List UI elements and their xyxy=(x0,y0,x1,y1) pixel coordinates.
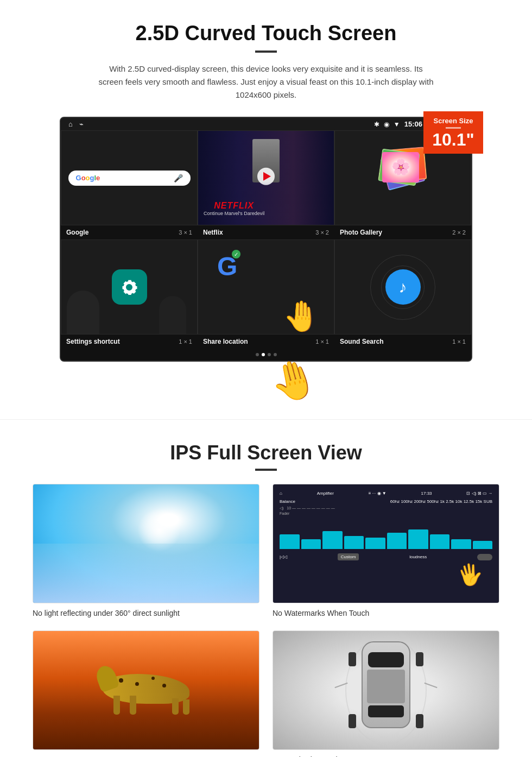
amp-custom-btn[interactable]: Custom xyxy=(338,553,359,560)
google-app-name: Google xyxy=(66,229,88,236)
screen-size-badge: Screen Size 10.1" xyxy=(423,111,483,154)
netflix-subtitle: Continue Marvel's Daredevil xyxy=(204,211,264,216)
amp-home-icon: ⌂ xyxy=(280,491,282,496)
amp-bar-2 xyxy=(301,539,321,549)
amp-bar-4 xyxy=(344,536,364,549)
feature-car: Large Viewing Angle xyxy=(273,630,499,757)
settings-label: Settings shortcut 1 × 1 xyxy=(61,335,198,349)
amp-status-icons: ⊡ ◁) ⊠ ▭ → xyxy=(466,491,492,496)
car-wheel-tl xyxy=(349,652,356,666)
status-left: ⌂ ⌁ xyxy=(68,120,84,128)
hand-pointer-icon: 🤚 xyxy=(283,299,320,334)
amp-bar-9 xyxy=(451,539,471,549)
play-button[interactable] xyxy=(257,167,275,185)
gear-icon xyxy=(118,276,140,298)
device-wrapper: Screen Size 10.1" ⌂ ⌁ ✱ ◉ ▼ 15:06 ⊡ ◁) ⊠ xyxy=(60,117,472,362)
amp-bar-5 xyxy=(365,538,385,549)
sound-cell-bg: ♪ xyxy=(335,240,471,334)
car-wheel-bl xyxy=(349,714,356,728)
cheetah-leg3 xyxy=(172,698,179,715)
section1-divider xyxy=(255,51,277,53)
amp-bar-6 xyxy=(387,533,407,549)
feature-cheetah: Super Fast Response xyxy=(33,630,259,757)
feature-cheetah-img xyxy=(33,630,259,750)
maps-app-cell[interactable]: G ✓ 🤚 xyxy=(198,239,334,335)
sunlight-bottom xyxy=(33,544,259,603)
cheetah-leg4 xyxy=(183,699,189,715)
photo-flower: 🌸 xyxy=(382,152,419,182)
location-icon: ◉ xyxy=(384,121,389,128)
car-visual xyxy=(273,631,499,749)
amp-prev-icon[interactable]: |◁◁ xyxy=(280,554,287,559)
settings-app-cell[interactable] xyxy=(61,239,198,335)
amp-labels: Balance 60hz 100hz 200hz 500hz 1k 2.5k 1… xyxy=(280,499,492,504)
amp-time: 17:33 xyxy=(421,491,432,496)
car-windshield xyxy=(368,652,404,667)
badge-size: 10.1" xyxy=(431,131,476,148)
cheetah-leg1 xyxy=(113,696,120,715)
amp-icons: ≡ ··· ◉ ▼ xyxy=(369,491,387,496)
amp-hand-icon: 🖐 xyxy=(455,560,485,588)
car-wheel-br xyxy=(416,714,423,728)
app-labels-row2: Settings shortcut 1 × 1 Share location 1… xyxy=(61,335,471,349)
android-device: ⌂ ⌁ ✱ ◉ ▼ 15:06 ⊡ ◁) ⊠ ▭ xyxy=(60,117,472,362)
hand-touch-decorator: 🤚 xyxy=(0,358,532,403)
section1-description: With 2.5D curved-display screen, this de… xyxy=(98,62,434,102)
amp-bar-3 xyxy=(322,531,343,549)
wifi-icon: ▼ xyxy=(394,121,400,128)
dot-4 xyxy=(274,353,277,356)
home-icon[interactable]: ⌂ xyxy=(68,120,73,128)
amp-status-bar: ⌂ Amplifier ≡ ··· ◉ ▼ 17:33 ⊡ ◁) ⊠ ▭ → xyxy=(280,491,492,496)
netflix-app-size: 3 × 2 xyxy=(315,229,329,236)
share-app-size: 1 × 1 xyxy=(315,338,329,345)
amp-balance-icon: ◁) xyxy=(280,506,283,510)
car-wheel-tr xyxy=(416,652,423,666)
car-body xyxy=(362,641,410,728)
amp-balance-label: Balance xyxy=(280,499,295,504)
amp-bar-8 xyxy=(430,534,450,549)
feature-amplifier-img: ⌂ Amplifier ≡ ··· ◉ ▼ 17:33 ⊡ ◁) ⊠ ▭ → B… xyxy=(273,484,499,603)
amp-freq-header: 60hz 100hz 200hz 500hz 1k 2.5k 10k 12.5k… xyxy=(390,499,492,504)
dot-2-active xyxy=(262,353,265,356)
cheetah-leg2 xyxy=(130,696,136,715)
sunlight-visual xyxy=(33,484,259,603)
feature-sunlight-img xyxy=(33,484,259,603)
amp-eq-bars xyxy=(280,516,492,549)
car-top-container xyxy=(351,641,421,739)
settings-app-size: 1 × 1 xyxy=(179,338,192,345)
google-app-cell[interactable]: Google 🎤 xyxy=(61,130,198,225)
mic-icon[interactable]: 🎤 xyxy=(174,174,183,182)
bg-shape-1 xyxy=(67,291,99,334)
maps-cell-bg: G ✓ 🤚 xyxy=(198,240,334,334)
amp-loudness-toggle[interactable] xyxy=(477,554,492,560)
amp-bar-10 xyxy=(473,541,493,549)
cheetah-body xyxy=(92,663,200,717)
settings-cell-bg xyxy=(61,240,197,334)
gallery-label: Photo Gallery 2 × 2 xyxy=(334,225,471,239)
netflix-app-cell[interactable]: NETFLIX Continue Marvel's Daredevil xyxy=(198,130,334,225)
gallery-app-size: 2 × 2 xyxy=(452,229,466,236)
netflix-label-row: Netflix 3 × 2 xyxy=(198,225,334,239)
dot-3 xyxy=(268,353,271,356)
maps-check-icon: ✓ xyxy=(232,250,240,258)
netflix-label: NETFLIX Continue Marvel's Daredevil xyxy=(204,201,264,216)
play-triangle-icon xyxy=(263,172,271,180)
car-rear-window xyxy=(368,705,404,717)
usb-icon: ⌁ xyxy=(79,120,84,128)
share-app-name: Share location xyxy=(203,338,248,345)
amp-scale: ◁) 10 — — — — — — — — — xyxy=(280,506,492,510)
sound-app-cell[interactable]: ♪ xyxy=(334,239,471,335)
google-cell-bg: Google 🎤 xyxy=(61,131,197,225)
cheetah-visual xyxy=(33,631,259,749)
dot-1 xyxy=(256,353,259,356)
bluetooth-icon: ✱ xyxy=(374,121,379,128)
amp-controls: |◁◁ Custom loudness xyxy=(280,553,492,560)
pagination-dots xyxy=(61,349,471,361)
google-logo: Google xyxy=(76,174,100,182)
bg-shape-2 xyxy=(159,296,186,334)
google-search-bar[interactable]: Google 🎤 xyxy=(68,171,191,186)
feature-car-img xyxy=(273,630,499,750)
photo-stack: 🌸 xyxy=(376,146,430,200)
spot-4 xyxy=(162,684,166,687)
amp-bar-7 xyxy=(408,529,428,549)
